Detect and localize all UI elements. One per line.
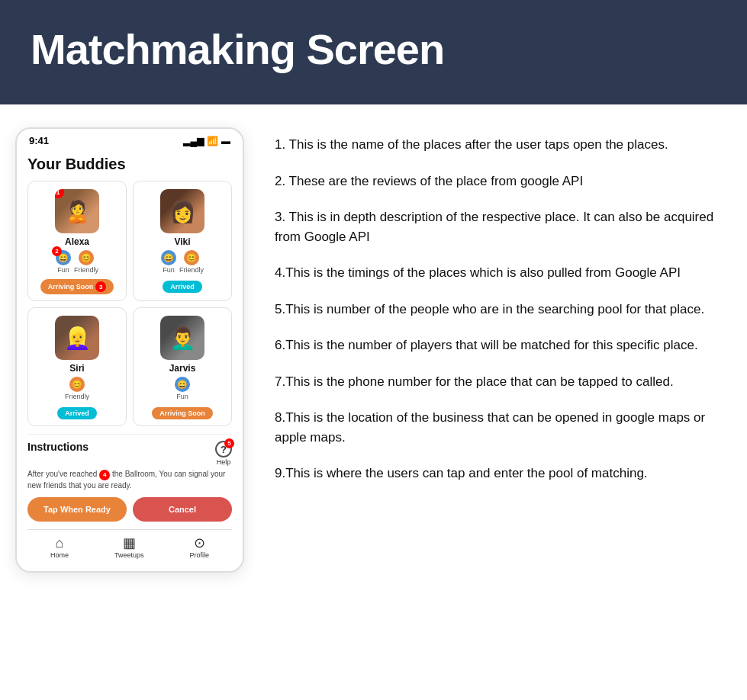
main-content: 9:41 ▂▄▆ 📶 ▬ Your Buddies 🙎 1 (0, 104, 747, 596)
alexa-status-pill: Arriving Soon 3 (40, 279, 114, 294)
annotation-9: 9.This is where the users can tap and en… (275, 464, 724, 483)
help-circle: ? 5 (215, 441, 232, 458)
viki-moods: 😄 Fun 😊 Friendly (140, 250, 225, 274)
phone-body: Your Buddies 🙎 1 Alexa 😄 (17, 149, 243, 571)
viki-mood-friendly: 😊 Friendly (179, 250, 204, 274)
buddy-card-viki: 👩 Viki 😄 Fun 😊 Friendly (133, 181, 232, 301)
alexa-name: Alexa (34, 236, 120, 247)
action-buttons: Tap When Ready Cancel (27, 497, 232, 522)
annotation-4: 4.This is the timings of the places whic… (275, 263, 724, 283)
instructions-header: Instructions ? 5 Help (27, 441, 232, 466)
friendly-icon-siri: 😊 (69, 377, 85, 392)
description-area: 1. This is the name of the places after … (259, 120, 747, 580)
cancel-button[interactable]: Cancel (133, 497, 232, 522)
signal-icon: ▂▄▆ (183, 136, 204, 146)
status-icons: ▂▄▆ 📶 ▬ (183, 136, 230, 146)
wifi-icon: 📶 (207, 136, 218, 146)
instructions-section: Instructions ? 5 Help After you've reach… (27, 434, 232, 522)
annotation-3: 3. This is in depth description of the r… (275, 207, 724, 246)
friendly-icon: 😊 (79, 250, 94, 265)
buddy-card-jarvis: 👨‍🦱 Jarvis 😄 Fun Arriving Soon (133, 307, 232, 426)
help-badge: 5 (224, 438, 234, 448)
nav-item-home[interactable]: ⌂ Home (50, 536, 69, 559)
fun-icon-jarvis: 😄 (175, 377, 190, 392)
viki-name: Viki (140, 236, 225, 247)
status-bar: 9:41 ▂▄▆ 📶 ▬ (17, 129, 243, 149)
alexa-pill-badge: 3 (95, 281, 106, 292)
avatar-siri: 👱‍♀️ (55, 316, 99, 360)
fun-icon: 😄 2 (56, 250, 71, 265)
nav-profile-label: Profile (189, 551, 209, 559)
annotation-7: 7.This is the phone number for the place… (275, 372, 724, 392)
nav-tweetups-label: Tweetups (114, 551, 144, 559)
annotation-2: 2. These are the reviews of the place fr… (275, 172, 724, 191)
siri-moods: 😊 Friendly (34, 377, 120, 400)
alexa-moods: 😄 2 Fun 😊 Friendly (34, 250, 120, 274)
nav-item-tweetups[interactable]: ▦ Tweetups (114, 536, 144, 559)
bottom-nav: ⌂ Home ▦ Tweetups ⊙ Profile (27, 529, 232, 564)
jarvis-moods: 😄 Fun (140, 377, 225, 400)
avatar-alexa: 🙎 1 (55, 189, 99, 233)
home-icon: ⌂ (56, 536, 64, 550)
jarvis-name: Jarvis (140, 363, 225, 374)
annotation-8: 8.This is the location of the business t… (275, 408, 724, 447)
buddy-card-siri: 👱‍♀️ Siri 😊 Friendly Arrived (27, 307, 127, 426)
tweetups-icon: ▦ (123, 536, 136, 550)
annotation-1: 1. This is the name of the places after … (275, 135, 724, 155)
viki-status-pill: Arrived (163, 281, 202, 293)
battery-icon: ▬ (221, 136, 230, 146)
avatar-jarvis: 👨‍🦱 (160, 316, 204, 360)
annotation-6: 6.This is the number of players that wil… (275, 336, 724, 355)
annotation-5: 5.This is number of the people who are i… (275, 300, 724, 319)
jarvis-mood-fun: 😄 Fun (175, 377, 190, 400)
profile-icon: ⊙ (194, 536, 205, 550)
phone-frame: 9:41 ▂▄▆ 📶 ▬ Your Buddies 🙎 1 (15, 127, 244, 573)
alexa-mood-fun: 😄 2 Fun (56, 250, 71, 274)
tap-when-ready-button[interactable]: Tap When Ready (27, 497, 127, 522)
buddy-card-alexa: 🙎 1 Alexa 😄 2 Fun (27, 181, 127, 301)
instructions-badge-4: 4 (99, 470, 110, 480)
header: Matchmaking Screen (0, 0, 747, 104)
buddy-grid: 🙎 1 Alexa 😄 2 Fun (27, 181, 232, 426)
help-section[interactable]: ? 5 Help (215, 441, 232, 466)
avatar-viki: 👩 (160, 189, 204, 233)
fun-icon-viki: 😄 (161, 250, 176, 265)
phone-area: 9:41 ▂▄▆ 📶 ▬ Your Buddies 🙎 1 (0, 120, 259, 580)
instructions-title: Instructions (27, 441, 89, 453)
viki-mood-fun: 😄 Fun (161, 250, 176, 274)
status-time: 9:41 (29, 135, 49, 146)
nav-item-profile[interactable]: ⊙ Profile (189, 536, 209, 559)
help-label: Help (217, 458, 231, 466)
instructions-text: After you've reached 4 the Ballroom, You… (27, 469, 232, 491)
siri-status-pill: Arrived (57, 407, 97, 419)
alexa-mood-friendly: 😊 Friendly (74, 250, 98, 274)
jarvis-status-pill: Arriving Soon (152, 407, 213, 419)
siri-mood-friendly: 😊 Friendly (65, 377, 89, 400)
siri-name: Siri (34, 363, 120, 374)
page-title: Matchmaking Screen (31, 24, 716, 74)
friendly-icon-viki: 😊 (184, 250, 199, 265)
buddies-section-title: Your Buddies (27, 156, 232, 173)
nav-home-label: Home (50, 551, 69, 559)
